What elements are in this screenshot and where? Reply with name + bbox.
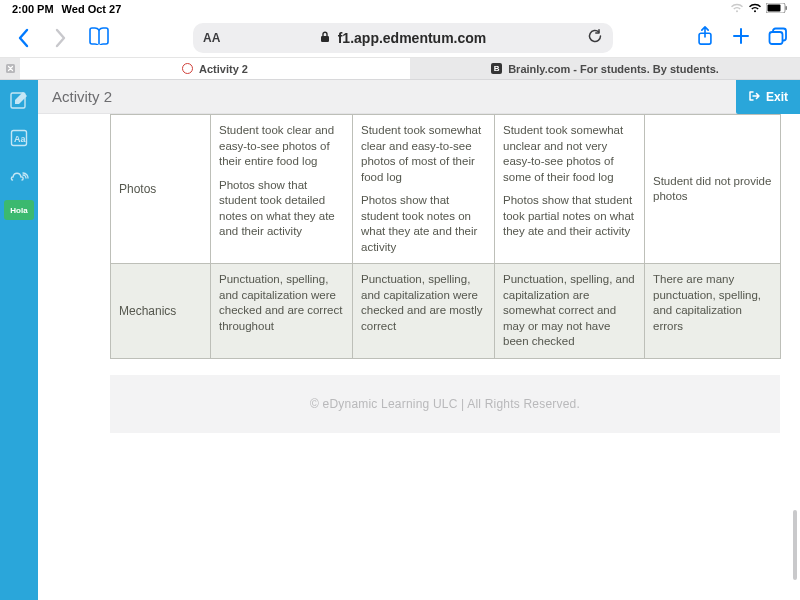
text-size-button[interactable]: AA — [203, 31, 220, 45]
close-tab-button[interactable] — [4, 58, 16, 79]
rail-edit-button[interactable] — [5, 86, 33, 114]
page-header: Activity 2 — [38, 80, 800, 114]
rubric-cell: Punctuation, spelling, and capitalizatio… — [495, 264, 645, 359]
content-scroll-area[interactable]: vegan diet and a reflection Photos Stude… — [38, 114, 800, 600]
svg-rect-7 — [770, 32, 783, 44]
rubric-cell: Punctuation, spelling, and capitalizatio… — [353, 264, 495, 359]
rubric-cell: Student did not provide photos — [645, 115, 781, 264]
brainly-favicon-icon: B — [491, 63, 502, 74]
tab-brainly[interactable]: B Brainly.com - For students. By student… — [410, 58, 800, 79]
new-tab-button[interactable] — [732, 27, 750, 49]
rail-translate-button[interactable]: Hola — [4, 200, 34, 220]
wifi-icon — [748, 3, 762, 15]
svg-rect-2 — [786, 6, 788, 10]
status-date: Wed Oct 27 — [62, 3, 122, 15]
rubric-category: Mechanics — [111, 264, 211, 359]
battery-icon — [766, 3, 788, 15]
wifi-icon — [730, 3, 744, 15]
share-button[interactable] — [696, 26, 714, 50]
tabs-button[interactable] — [768, 27, 788, 49]
edmentum-favicon-icon — [182, 63, 193, 74]
rubric-category: Photos — [111, 115, 211, 264]
table-row: Photos Student took clear and easy-to-se… — [111, 115, 781, 264]
tab-activity-2[interactable]: Activity 2 — [20, 58, 410, 79]
reload-button[interactable] — [587, 28, 603, 47]
address-bar[interactable]: AA f1.app.edmentum.com — [193, 23, 613, 53]
tab-label: Activity 2 — [199, 63, 248, 75]
tab-label: Brainly.com - For students. By students. — [508, 63, 719, 75]
svg-rect-1 — [768, 5, 781, 12]
rubric-table: vegan diet and a reflection Photos Stude… — [110, 114, 781, 359]
status-time: 2:00 PM — [12, 3, 54, 15]
rail-audio-button[interactable] — [5, 162, 33, 190]
rail-glossary-button[interactable]: Aa — [5, 124, 33, 152]
app-side-rail: Aa Hola — [0, 80, 38, 600]
scrollbar-thumb[interactable] — [793, 510, 797, 580]
exit-button[interactable]: Exit — [736, 80, 800, 114]
rubric-cell: Student took somewhat unclear and not ve… — [495, 115, 645, 264]
footer-text: © eDynamic Learning ULC | All Rights Res… — [310, 397, 580, 411]
lock-icon — [320, 30, 330, 46]
footer: © eDynamic Learning ULC | All Rights Res… — [110, 375, 780, 433]
bookmarks-button[interactable] — [88, 27, 110, 49]
rubric-cell: There are many punctuation, spelling, an… — [645, 264, 781, 359]
browser-tab-strip: Activity 2 B Brainly.com - For students.… — [0, 58, 800, 80]
table-row: Mechanics Punctuation, spelling, and cap… — [111, 264, 781, 359]
back-button[interactable] — [12, 27, 34, 49]
svg-rect-4 — [321, 36, 329, 42]
exit-label: Exit — [766, 90, 788, 104]
svg-text:Aa: Aa — [14, 134, 26, 144]
rubric-cell: Student took clear and easy-to-see photo… — [211, 115, 353, 264]
page-title: Activity 2 — [52, 88, 112, 105]
rubric-cell: Punctuation, spelling, and capitalizatio… — [211, 264, 353, 359]
ipad-status-bar: 2:00 PM Wed Oct 27 — [0, 0, 800, 18]
forward-button[interactable] — [50, 27, 72, 49]
safari-toolbar: AA f1.app.edmentum.com — [0, 18, 800, 58]
rubric-cell: Student took somewhat clear and easy-to-… — [353, 115, 495, 264]
url-host: f1.app.edmentum.com — [338, 30, 487, 46]
exit-icon — [748, 90, 760, 105]
